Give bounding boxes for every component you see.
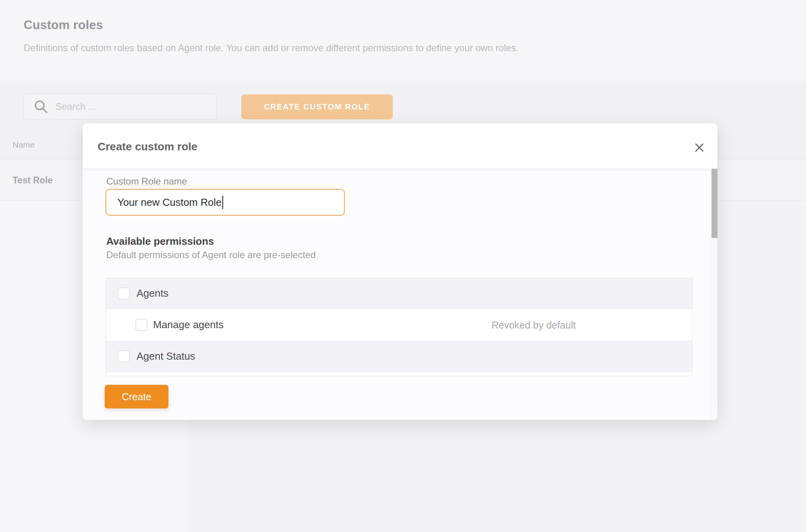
permissions-heading: Available permissions <box>106 235 214 248</box>
column-header-name: Name <box>13 140 35 150</box>
page-description: Definitions of custom roles based on Age… <box>24 42 519 54</box>
modal-scrollbar-thumb[interactable] <box>712 169 717 238</box>
modal-body: Custom Role name Your new Custom Role Av… <box>83 168 717 420</box>
custom-role-name-label: Custom Role name <box>106 176 187 187</box>
role-name-cell: Test Role <box>13 175 53 186</box>
toolbar: CREATE CUSTOM ROLE <box>0 81 806 130</box>
page-title: Custom roles <box>24 18 103 32</box>
create-custom-role-button[interactable]: CREATE CUSTOM ROLE <box>241 94 393 119</box>
modal-header: Create custom role <box>83 123 717 168</box>
permissions-subheading: Default permissions of Agent role are pr… <box>106 249 316 260</box>
permission-label: Manage agents <box>153 319 224 331</box>
permission-group-row-agent-status[interactable]: Agent Status <box>106 341 692 372</box>
permission-group-label: Agent Status <box>137 350 195 362</box>
page-root: Custom roles Definitions of custom roles… <box>0 0 806 532</box>
permission-group-row-agents[interactable]: Agents <box>106 278 692 309</box>
permission-status: Revoked by default <box>492 319 576 331</box>
permission-row-manage-agents[interactable]: Manage agents Revoked by default <box>106 309 692 341</box>
permissions-list: Agents Manage agents Revoked by default … <box>105 278 693 376</box>
modal-scrollbar-track[interactable] <box>711 168 717 420</box>
checkbox-agent-status[interactable] <box>118 350 130 362</box>
search-input[interactable] <box>55 101 205 112</box>
create-submit-button[interactable]: Create <box>105 385 168 408</box>
page-header: Custom roles Definitions of custom roles… <box>0 0 806 81</box>
custom-role-name-input[interactable]: Your new Custom Role <box>105 189 345 216</box>
checkbox-agents[interactable] <box>118 287 130 299</box>
create-custom-role-modal: Create custom role Custom Role name Your… <box>83 123 717 420</box>
custom-role-name-value: Your new Custom Role <box>117 196 222 209</box>
search-box[interactable] <box>23 94 217 120</box>
close-button[interactable] <box>691 140 707 155</box>
close-icon <box>694 142 705 153</box>
text-caret <box>222 196 223 209</box>
modal-title: Create custom role <box>98 140 198 153</box>
checkbox-manage-agents[interactable] <box>135 319 148 331</box>
permission-group-label: Agents <box>137 287 168 299</box>
search-icon <box>33 99 48 114</box>
